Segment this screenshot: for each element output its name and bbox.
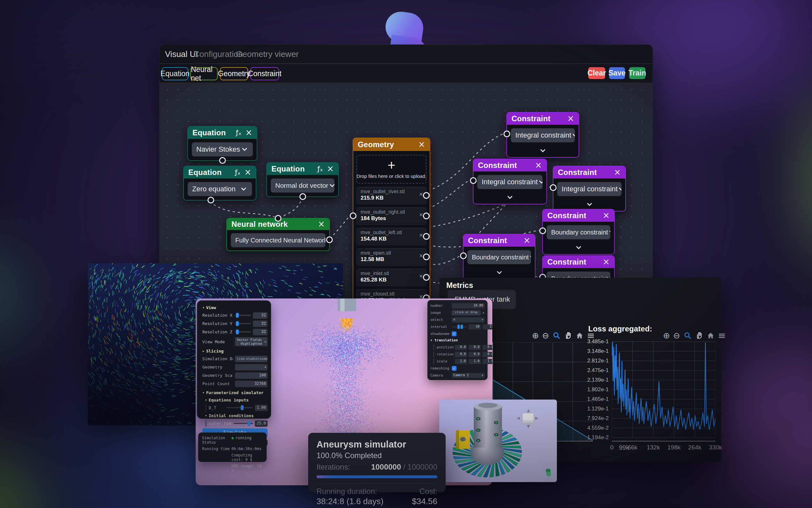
camera-select[interactable]: Camera 1▾ [452, 373, 485, 378]
constraint-select[interactable]: Integral constraint [557, 182, 621, 196]
value-box[interactable]: 32 [253, 321, 268, 327]
node-header[interactable]: Equation ƒₓ × [188, 127, 257, 139]
slider-handle[interactable] [241, 405, 244, 410]
node-header[interactable]: Equation ƒₓ × [184, 166, 256, 178]
slider-handle[interactable] [236, 330, 239, 334]
input-port[interactable] [539, 227, 546, 234]
expand-toggle[interactable] [543, 243, 614, 254]
input-port[interactable] [504, 130, 510, 137]
input-port[interactable] [275, 215, 282, 222]
simulation-data-input[interactable]: \sim-studio\simulation-st [235, 356, 268, 362]
close-icon[interactable]: × [318, 220, 325, 228]
node-header[interactable]: Geometry × [353, 138, 430, 151]
rotation-x[interactable]: 0.0 [455, 352, 467, 357]
caret-down-icon[interactable]: ▾ [205, 414, 207, 418]
menu-icon[interactable]: ≡ [718, 331, 726, 340]
value-box[interactable]: 32 [253, 329, 268, 335]
expand-toggle[interactable] [464, 268, 535, 279]
constraint-select[interactable]: Integral constraint [477, 175, 542, 189]
constraint-node[interactable]: Constraint × Integral constraint [473, 159, 547, 204]
close-icon[interactable]: × [327, 164, 334, 173]
node-header[interactable]: Constraint × [473, 159, 546, 171]
close-icon[interactable]: × [245, 128, 252, 137]
caret-right-icon[interactable]: ▸ [202, 349, 205, 353]
geometry-node[interactable]: Geometry × + Drop files here or click to… [352, 137, 430, 311]
equation-node-normal-dot-vector[interactable]: Equation ƒₓ × Normal dot vector [266, 162, 339, 197]
close-icon[interactable]: × [603, 211, 610, 219]
interval-min[interactable]: 10 [469, 324, 481, 330]
caret-down-icon[interactable]: ▾ [430, 338, 433, 342]
show-geometry-checkbox[interactable]: ✓ [452, 331, 457, 336]
constraint-select[interactable]: Integral constraint [511, 128, 575, 142]
output-port[interactable] [299, 193, 306, 200]
pan-hand-icon[interactable] [564, 331, 572, 340]
train-button[interactable]: Train [629, 67, 646, 79]
close-icon[interactable]: × [603, 257, 610, 266]
zoom-out-icon[interactable]: ⊖ [673, 331, 680, 340]
file-output-port[interactable] [423, 192, 430, 199]
remove-file-icon[interactable]: × [419, 272, 423, 280]
file-output-port[interactable] [423, 254, 430, 260]
clear-image-icon[interactable]: × [482, 311, 485, 315]
loss-chart-plot[interactable] [612, 340, 715, 441]
select-dropdown[interactable]: x▾ [452, 318, 485, 323]
file-item[interactable]: mve_open.stl 12.58 MB × [356, 248, 426, 265]
interval-max[interactable]: 15 [482, 324, 492, 330]
zoom-in-icon[interactable]: ⊕ [663, 331, 670, 340]
palette-constraint-button[interactable]: Constraint [250, 67, 279, 80]
constraint-node[interactable]: Constraint × Integral constraint [553, 166, 626, 211]
palette-neural-net-button[interactable]: Neural net [190, 67, 218, 80]
caret-down-icon[interactable]: ▾ [202, 391, 205, 395]
value-box[interactable]: 32 [253, 312, 268, 319]
equation-select[interactable]: Normal dot vector [271, 178, 334, 193]
slider-track[interactable] [235, 315, 251, 316]
tab-configuration[interactable]: Configuration [193, 49, 243, 59]
file-output-port[interactable] [423, 233, 430, 240]
file-output-port[interactable] [423, 274, 430, 281]
zoom-select-icon[interactable] [553, 331, 561, 340]
slider-track[interactable] [234, 423, 253, 424]
node-header[interactable]: Constraint × [543, 256, 614, 268]
remove-file-icon[interactable]: × [419, 231, 423, 239]
slider-track[interactable] [235, 331, 251, 332]
view-mode-select[interactable]: Vector Fields - Highlighted Velocities▾ [235, 337, 268, 346]
file-item[interactable]: mve_outlet_river.stl 215.9 KB × [356, 187, 426, 204]
file-item[interactable]: mve_outlet_left.stl 154.48 KB × [356, 228, 426, 245]
remove-file-icon[interactable]: × [419, 252, 423, 259]
tweak-panel[interactable]: number10.00 imageclick or drop× selectx▾… [427, 300, 487, 380]
constraint-node[interactable]: Constraint × Boundary constraint [542, 209, 615, 255]
close-icon[interactable]: × [418, 140, 425, 149]
close-icon[interactable]: × [535, 161, 542, 169]
constraint-select[interactable]: Boundary constraint [467, 250, 531, 264]
value-box[interactable]: 32768 [235, 381, 268, 387]
close-icon[interactable]: × [567, 114, 574, 123]
constraint-node[interactable]: Constraint × Boundary constraint [463, 234, 535, 280]
node-header[interactable]: Constraint × [554, 166, 625, 178]
image-upload-button[interactable]: click or drop [452, 310, 481, 315]
close-icon[interactable]: × [523, 236, 530, 244]
node-header[interactable]: Constraint × [543, 210, 614, 222]
cad-model-viewport[interactable] [439, 399, 557, 482]
expand-toggle[interactable] [507, 146, 579, 157]
constraint-node[interactable]: Constraint × Integral constraint [507, 112, 579, 158]
node-header[interactable]: Equation ƒₓ × [267, 163, 338, 175]
close-icon[interactable]: × [614, 168, 621, 176]
home-icon[interactable] [707, 331, 715, 340]
file-upload-dropzone[interactable]: + Drop files here or click to upload. [356, 155, 426, 184]
palette-equation-button[interactable]: Equation [162, 67, 188, 80]
simulation-inspector-panel[interactable]: ▾View Resolution X 32 Resolution Y 32 Re… [197, 300, 271, 419]
output-port[interactable] [326, 237, 333, 243]
file-item[interactable]: mve_inlet.stl 625.28 KB × [356, 269, 426, 286]
gizmo-arrow-up[interactable]: ▲ [527, 408, 530, 413]
gizmo-arrow-right[interactable]: ▶ [535, 416, 538, 420]
slider-handle[interactable] [236, 313, 239, 318]
zoom-out-icon[interactable]: ⊖ [542, 331, 549, 340]
tab-geometry-viewer[interactable]: Geometry viewer [236, 49, 299, 59]
caret-down-icon[interactable]: ▾ [205, 398, 207, 402]
input-port[interactable] [470, 177, 477, 184]
file-output-port[interactable] [423, 213, 430, 219]
rotation-z[interactable]: 0.0 [482, 352, 492, 357]
clear-button[interactable]: Clear [588, 67, 605, 79]
gizmo-arrow-down[interactable]: ▼ [527, 424, 530, 429]
number-input[interactable]: 10.00 [452, 303, 485, 308]
